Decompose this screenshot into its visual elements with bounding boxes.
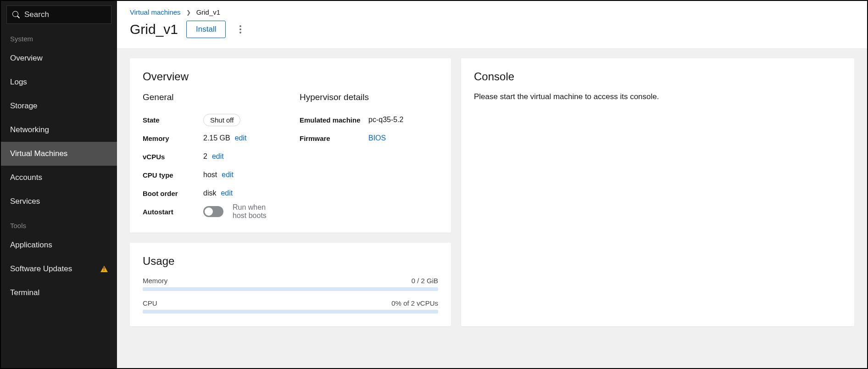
hypervisor-title: Hypervisor details xyxy=(300,92,438,102)
sidebar-item-logs[interactable]: Logs xyxy=(1,70,117,94)
page-header: Virtual machines ❯ Grid_v1 Grid_v1 Insta… xyxy=(117,1,867,48)
sidebar: System Overview Logs Storage Networking … xyxy=(1,1,117,368)
sidebar-item-applications[interactable]: Applications xyxy=(1,233,117,257)
usage-memory-bar xyxy=(143,287,438,291)
usage-memory-value: 0 / 2 GiB xyxy=(412,277,438,285)
breadcrumb-root[interactable]: Virtual machines xyxy=(130,8,181,16)
sidebar-item-software-updates[interactable]: Software Updates xyxy=(1,257,117,281)
sidebar-item-accounts[interactable]: Accounts xyxy=(1,166,117,190)
usage-cpu-bar xyxy=(143,310,438,313)
sidebar-item-storage[interactable]: Storage xyxy=(1,94,117,118)
console-card: Console Please start the virtual machine… xyxy=(461,58,854,326)
memory-edit-link[interactable]: edit xyxy=(235,134,247,142)
cpu-type-edit-link[interactable]: edit xyxy=(222,171,234,179)
breadcrumb: Virtual machines ❯ Grid_v1 xyxy=(130,8,854,16)
overview-card: Overview General State Shut off Memory 2… xyxy=(130,58,451,233)
cpu-type-value: host xyxy=(203,171,217,179)
usage-cpu-label: CPU xyxy=(143,299,157,307)
usage-card: Usage Memory 0 / 2 GiB CPU 0% of 2 vCPUs xyxy=(130,243,451,326)
usage-title: Usage xyxy=(143,255,438,268)
sidebar-section-tools: Tools xyxy=(1,213,117,233)
memory-value: 2.15 GB xyxy=(203,134,230,142)
sidebar-item-terminal[interactable]: Terminal xyxy=(1,281,117,305)
general-title: General xyxy=(143,92,281,102)
emulated-value: pc-q35-5.2 xyxy=(368,116,404,124)
boot-order-value: disk xyxy=(203,189,216,197)
chevron-right-icon: ❯ xyxy=(186,9,191,16)
autostart-toggle[interactable] xyxy=(203,206,223,217)
state-label: State xyxy=(143,116,203,124)
vcpus-edit-link[interactable]: edit xyxy=(212,152,224,161)
console-message: Please start the virtual machine to acce… xyxy=(474,92,841,101)
warning-icon xyxy=(100,266,108,272)
search-box[interactable] xyxy=(6,6,111,24)
boot-order-label: Boot order xyxy=(143,190,203,197)
state-badge: Shut off xyxy=(203,114,240,126)
overview-title: Overview xyxy=(143,70,438,83)
search-icon xyxy=(12,11,20,18)
boot-order-edit-link[interactable]: edit xyxy=(221,189,233,197)
emulated-label: Emulated machine xyxy=(300,116,368,124)
autostart-label: Autostart xyxy=(143,208,203,216)
sidebar-item-services[interactable]: Services xyxy=(1,190,117,213)
sidebar-item-overview[interactable]: Overview xyxy=(1,46,117,70)
search-input[interactable] xyxy=(24,10,106,19)
vcpus-label: vCPUs xyxy=(143,153,203,161)
memory-label: Memory xyxy=(143,134,203,142)
sidebar-item-networking[interactable]: Networking xyxy=(1,118,117,142)
autostart-description: Run when host boots xyxy=(233,203,281,220)
install-button[interactable]: Install xyxy=(186,21,226,38)
main: Virtual machines ❯ Grid_v1 Grid_v1 Insta… xyxy=(117,1,867,368)
breadcrumb-current: Grid_v1 xyxy=(196,8,221,16)
firmware-link[interactable]: BIOS xyxy=(368,134,386,142)
cpu-type-label: CPU type xyxy=(143,171,203,179)
sidebar-section-system: System xyxy=(1,27,117,46)
actions-menu-button[interactable] xyxy=(234,22,247,37)
page-title: Grid_v1 xyxy=(130,22,178,37)
firmware-label: Firmware xyxy=(300,134,368,142)
usage-memory-label: Memory xyxy=(143,277,167,285)
console-title: Console xyxy=(474,70,841,83)
sidebar-item-virtual-machines[interactable]: Virtual Machines xyxy=(1,142,117,166)
vcpus-value: 2 xyxy=(203,152,207,161)
usage-cpu-value: 0% of 2 vCPUs xyxy=(391,299,438,307)
